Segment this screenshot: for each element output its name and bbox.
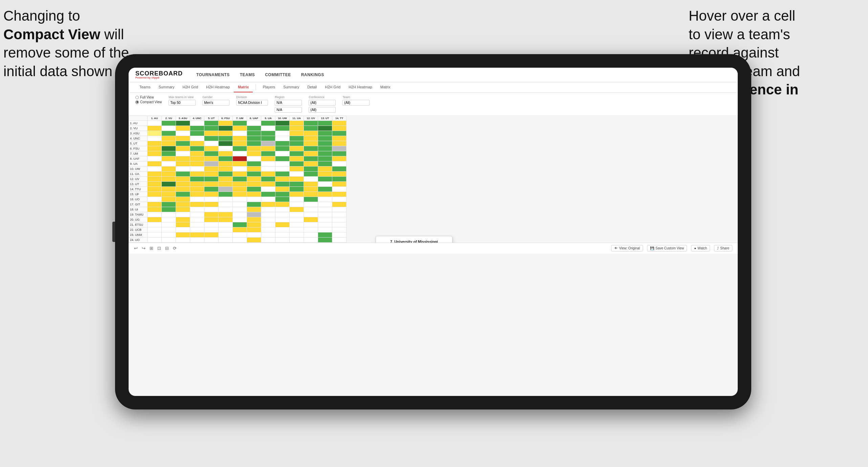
cell-2-11[interactable]: [290, 126, 304, 131]
cell-23-6[interactable]: [219, 232, 233, 238]
tab-players[interactable]: Players: [259, 82, 279, 92]
cell-11-2[interactable]: [162, 172, 176, 177]
cell-5-13[interactable]: [318, 141, 332, 146]
cell-20-9[interactable]: [261, 217, 275, 222]
cell-24-5[interactable]: [204, 238, 219, 243]
compact-view-option[interactable]: Compact View: [135, 100, 162, 104]
conference-select-2[interactable]: (All): [309, 107, 336, 113]
cell-19-8[interactable]: [247, 212, 261, 217]
cell-12-7[interactable]: [233, 177, 247, 182]
cell-22-2[interactable]: [162, 227, 176, 232]
cell-6-3[interactable]: [176, 146, 190, 151]
tab-h2h-heatmap-left[interactable]: H2H Heatmap: [202, 82, 234, 92]
cell-19-10[interactable]: [275, 212, 290, 217]
cell-13-2[interactable]: [162, 182, 176, 187]
cell-1-1[interactable]: [148, 121, 162, 126]
cell-19-2[interactable]: [162, 212, 176, 217]
cell-15-9[interactable]: [261, 192, 275, 197]
cell-4-12[interactable]: [304, 136, 318, 141]
cell-23-5[interactable]: [204, 232, 219, 238]
cell-15-12[interactable]: [304, 192, 318, 197]
cell-20-5[interactable]: [204, 217, 219, 222]
cell-3-10[interactable]: [275, 131, 290, 136]
cell-6-2[interactable]: [162, 146, 176, 151]
cell-4-11[interactable]: [290, 136, 304, 141]
cell-14-11[interactable]: [290, 187, 304, 192]
cell-14-6[interactable]: [219, 187, 233, 192]
cell-22-3[interactable]: [176, 227, 190, 232]
cell-14-2[interactable]: [162, 187, 176, 192]
cell-1-12[interactable]: [304, 121, 318, 126]
cell-20-14[interactable]: [332, 217, 347, 222]
cell-16-7[interactable]: [233, 197, 247, 202]
cell-17-14[interactable]: [332, 202, 347, 207]
cell-7-12[interactable]: [304, 151, 318, 156]
cell-18-14[interactable]: [332, 207, 347, 212]
cell-4-3[interactable]: [176, 136, 190, 141]
cell-23-14[interactable]: [332, 232, 347, 238]
cell-21-12[interactable]: [304, 222, 318, 227]
cell-3-2[interactable]: [162, 131, 176, 136]
cell-22-12[interactable]: [304, 227, 318, 232]
cell-7-8[interactable]: [247, 151, 261, 156]
cell-17-7[interactable]: [233, 202, 247, 207]
cell-19-7[interactable]: [233, 212, 247, 217]
cell-4-6[interactable]: [219, 136, 233, 141]
refresh-icon[interactable]: ⟳: [173, 246, 177, 251]
cell-12-10[interactable]: [275, 177, 290, 182]
cell-11-14[interactable]: [332, 172, 347, 177]
cell-22-13[interactable]: [318, 227, 332, 232]
region-select[interactable]: N/A: [275, 100, 302, 106]
cell-24-4[interactable]: [190, 238, 204, 243]
cell-4-4[interactable]: [190, 136, 204, 141]
cell-12-5[interactable]: [204, 177, 219, 182]
cell-9-9[interactable]: [261, 161, 275, 166]
cell-24-3[interactable]: [176, 238, 190, 243]
cell-6-11[interactable]: [290, 146, 304, 151]
cell-18-7[interactable]: [233, 207, 247, 212]
cell-23-10[interactable]: [275, 232, 290, 238]
cell-22-7[interactable]: [233, 227, 247, 232]
cell-8-11[interactable]: [290, 156, 304, 161]
cell-2-5[interactable]: [204, 126, 219, 131]
cell-17-5[interactable]: [204, 202, 219, 207]
cell-16-8[interactable]: [247, 197, 261, 202]
cell-21-10[interactable]: [275, 222, 290, 227]
cell-17-10[interactable]: [275, 202, 290, 207]
cell-16-11[interactable]: [290, 197, 304, 202]
cell-21-9[interactable]: [261, 222, 275, 227]
nav-tournaments[interactable]: TOURNAMENTS: [196, 71, 230, 79]
cell-2-10[interactable]: [275, 126, 290, 131]
cell-12-14[interactable]: [332, 177, 347, 182]
cell-11-13[interactable]: [318, 172, 332, 177]
cell-3-4[interactable]: [190, 131, 204, 136]
cell-24-10[interactable]: [275, 238, 290, 243]
cell-4-2[interactable]: [162, 136, 176, 141]
cell-19-3[interactable]: [176, 212, 190, 217]
cell-24-6[interactable]: [219, 238, 233, 243]
cell-10-2[interactable]: [162, 166, 176, 172]
cell-13-11[interactable]: [290, 182, 304, 187]
tab-matrix-right[interactable]: Matrix: [376, 82, 395, 92]
cell-9-4[interactable]: [190, 161, 204, 166]
cell-9-10[interactable]: [275, 161, 290, 166]
cell-17-2[interactable]: [162, 202, 176, 207]
cell-19-1[interactable]: [148, 212, 162, 217]
cell-19-11[interactable]: [290, 212, 304, 217]
tab-detail[interactable]: Detail: [303, 82, 321, 92]
cell-5-5[interactable]: [204, 141, 219, 146]
cell-14-9[interactable]: [261, 187, 275, 192]
cell-9-14[interactable]: [332, 161, 347, 166]
watch-btn[interactable]: ● Watch: [691, 245, 710, 251]
cell-5-3[interactable]: [176, 141, 190, 146]
cell-16-1[interactable]: [148, 197, 162, 202]
share-btn[interactable]: ⤴ Share: [714, 245, 732, 251]
cell-16-10[interactable]: [275, 197, 290, 202]
cell-24-12[interactable]: [304, 238, 318, 243]
cell-5-7[interactable]: [233, 141, 247, 146]
cell-20-13[interactable]: [318, 217, 332, 222]
cell-12-12[interactable]: [304, 177, 318, 182]
cell-6-13[interactable]: [318, 146, 332, 151]
cell-1-10[interactable]: [275, 121, 290, 126]
cell-7-14[interactable]: [332, 151, 347, 156]
